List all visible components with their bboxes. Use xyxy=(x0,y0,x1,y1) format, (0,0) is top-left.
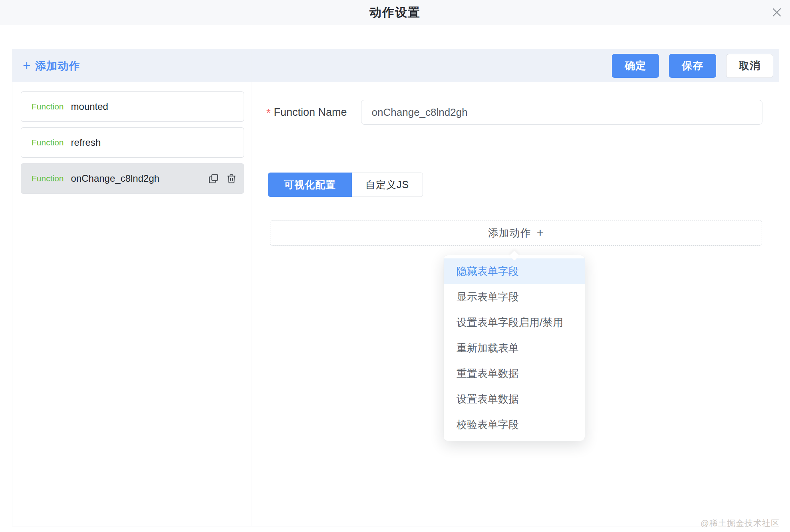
action-menu-item[interactable]: 校验表单字段 xyxy=(444,412,585,437)
action-detail-panel: 确定 保存 取消 * Function Name 可视化配置 自定义JS 添加动… xyxy=(252,49,779,526)
action-sidebar: + 添加动作 Function mounted Function refresh… xyxy=(12,49,252,526)
detail-body: * Function Name 可视化配置 自定义JS 添加动作 + 隐藏表单字… xyxy=(252,82,779,526)
close-icon[interactable] xyxy=(769,5,784,20)
dialog-title: 动作设置 xyxy=(0,0,790,25)
function-name-text: refresh xyxy=(71,137,101,148)
action-settings-dialog: 动作设置 + 添加动作 Function mounted Function re… xyxy=(0,0,790,532)
dialog-body: + 添加动作 Function mounted Function refresh… xyxy=(12,49,779,526)
save-button[interactable]: 保存 xyxy=(669,54,716,78)
menu-item-label: 显示表单字段 xyxy=(457,290,519,304)
add-step-button[interactable]: 添加动作 + xyxy=(270,220,762,246)
function-list-item[interactable]: Function mounted xyxy=(21,91,244,122)
detail-toolbar: 确定 保存 取消 xyxy=(252,49,779,82)
menu-item-label: 设置表单数据 xyxy=(457,392,519,406)
action-menu-item[interactable]: 重置表单数据 xyxy=(444,361,585,386)
action-type-menu: 隐藏表单字段 显示表单字段 设置表单字段启用/禁用 重新加载表单 重置表单数据 … xyxy=(444,255,585,441)
dialog-titlebar: 动作设置 xyxy=(0,0,790,25)
function-list-item[interactable]: Function onChange_c8lnd2gh xyxy=(21,163,244,194)
function-list: Function mounted Function refresh Functi… xyxy=(12,82,252,199)
config-tab-0[interactable]: 可视化配置 xyxy=(268,173,352,197)
menu-item-label: 设置表单字段启用/禁用 xyxy=(457,316,563,330)
action-menu-item[interactable]: 重新加载表单 xyxy=(444,335,585,361)
function-item-actions xyxy=(207,173,237,185)
function-name-row: * Function Name xyxy=(266,100,762,125)
tab-label: 自定义JS xyxy=(365,178,409,191)
add-action-label: 添加动作 xyxy=(35,59,80,73)
function-name-label: Function Name xyxy=(274,106,347,119)
action-menu-item[interactable]: 显示表单字段 xyxy=(444,284,585,310)
action-menu-item[interactable]: 设置表单字段启用/禁用 xyxy=(444,310,585,335)
menu-item-label: 校验表单字段 xyxy=(457,418,519,432)
add-step-label: 添加动作 xyxy=(488,226,531,240)
menu-item-label: 重置表单数据 xyxy=(457,367,519,381)
menu-item-label: 重新加载表单 xyxy=(457,341,519,355)
cancel-button[interactable]: 取消 xyxy=(726,54,773,78)
plus-icon: + xyxy=(537,227,544,239)
copy-icon[interactable] xyxy=(207,173,219,185)
add-action-button[interactable]: + 添加动作 xyxy=(12,49,252,82)
function-name-text: mounted xyxy=(71,101,108,112)
config-tabs: 可视化配置 自定义JS xyxy=(268,173,423,197)
trash-icon[interactable] xyxy=(225,173,237,185)
confirm-button[interactable]: 确定 xyxy=(612,54,659,78)
function-name-input[interactable] xyxy=(361,100,762,125)
action-menu-item[interactable]: 设置表单数据 xyxy=(444,386,585,412)
plus-icon: + xyxy=(23,59,30,72)
action-menu-item[interactable]: 隐藏表单字段 xyxy=(444,258,585,284)
function-list-item[interactable]: Function refresh xyxy=(21,127,244,158)
menu-item-label: 隐藏表单字段 xyxy=(457,264,519,278)
function-type-badge: Function xyxy=(32,102,64,111)
config-tab-1[interactable]: 自定义JS xyxy=(352,173,423,197)
required-asterisk: * xyxy=(266,107,271,119)
function-name-text: onChange_c8lnd2gh xyxy=(71,173,160,184)
tab-label: 可视化配置 xyxy=(284,178,336,191)
function-type-badge: Function xyxy=(32,138,64,147)
watermark: @稀土掘金技术社区 xyxy=(701,518,780,529)
function-type-badge: Function xyxy=(32,174,64,183)
